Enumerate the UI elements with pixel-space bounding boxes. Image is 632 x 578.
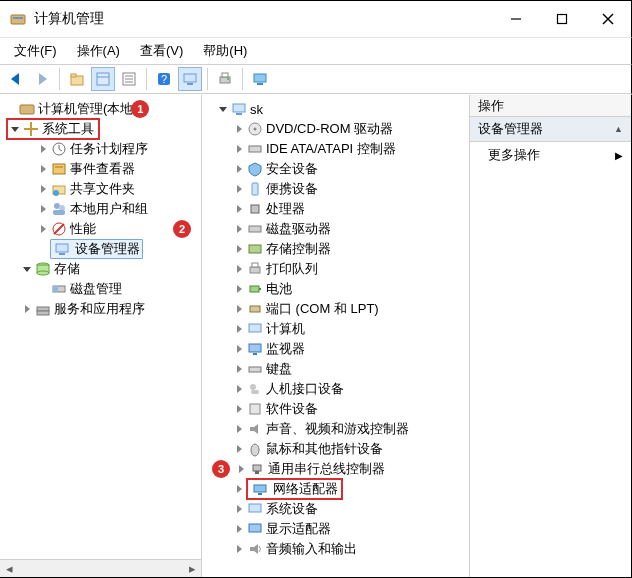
tree-item-device-manager[interactable]: 设备管理器 xyxy=(0,239,201,259)
svg-marker-80 xyxy=(237,305,242,313)
device-monitor[interactable]: 监视器 xyxy=(202,339,469,359)
print-button[interactable] xyxy=(213,67,237,91)
expander-none xyxy=(36,242,50,256)
svg-rect-100 xyxy=(255,471,259,474)
collapse-triangle-icon: ▲ xyxy=(614,124,623,134)
tree-root-computer-management[interactable]: 计算机管理(本地 1 xyxy=(0,99,201,119)
tree-item-disk-management[interactable]: 磁盘管理 xyxy=(0,279,201,299)
svg-marker-82 xyxy=(237,325,242,333)
tree-item-task-scheduler[interactable]: 任务计划程序 xyxy=(0,139,201,159)
menu-view[interactable]: 查看(V) xyxy=(130,40,193,62)
tree-item-storage[interactable]: 存储 xyxy=(0,259,201,279)
minimize-button[interactable] xyxy=(493,1,539,37)
security-device-icon xyxy=(246,160,264,178)
menu-help[interactable]: 帮助(H) xyxy=(193,40,257,62)
view-devices-button[interactable] xyxy=(178,67,202,91)
device-battery[interactable]: 电池 xyxy=(202,279,469,299)
svg-rect-42 xyxy=(53,210,65,215)
device-keyboard[interactable]: 键盘 xyxy=(202,359,469,379)
tree-label: 键盘 xyxy=(266,360,292,378)
left-pane-scrollbar[interactable]: ◂ ▸ xyxy=(0,559,201,577)
tree-label: 磁盘驱动器 xyxy=(266,220,331,238)
device-root[interactable]: sk xyxy=(202,99,469,119)
system-tools-icon xyxy=(22,120,40,138)
help-button[interactable]: ? xyxy=(152,67,176,91)
device-disk-drive[interactable]: 磁盘驱动器 xyxy=(202,219,469,239)
device-storage-ctrl[interactable]: 存储控制器 xyxy=(202,239,469,259)
svg-marker-94 xyxy=(237,425,242,433)
device-manager-icon xyxy=(53,240,71,258)
forward-button[interactable] xyxy=(30,67,54,91)
chevron-right-icon xyxy=(232,362,246,376)
tree-item-performance[interactable]: 性能 2 xyxy=(0,219,201,239)
actions-section[interactable]: 设备管理器 ▲ xyxy=(470,117,631,142)
svg-rect-85 xyxy=(249,344,261,352)
device-cpu[interactable]: 处理器 xyxy=(202,199,469,219)
refresh-button[interactable] xyxy=(248,67,272,91)
scroll-left-arrow-icon[interactable]: ◂ xyxy=(0,560,18,577)
back-button[interactable] xyxy=(4,67,28,91)
toolbar-separator xyxy=(207,68,208,90)
maximize-button[interactable] xyxy=(539,1,585,37)
device-ports[interactable]: 端口 (COM 和 LPT) xyxy=(202,299,469,319)
list-button[interactable] xyxy=(117,67,141,91)
device-network[interactable]: 网络适配器 xyxy=(202,479,469,499)
menu-action[interactable]: 操作(A) xyxy=(67,40,130,62)
chevron-right-icon xyxy=(232,482,246,496)
svg-rect-18 xyxy=(184,74,196,82)
device-dvd[interactable]: DVD/CD-ROM 驱动器 xyxy=(202,119,469,139)
tree-item-system-tools[interactable]: 系统工具 xyxy=(0,119,201,139)
toolbar-separator xyxy=(146,68,147,90)
device-hid[interactable]: 人机接口设备 xyxy=(202,379,469,399)
svg-rect-76 xyxy=(252,263,258,267)
device-display[interactable]: 显示适配器 xyxy=(202,519,469,539)
computer-icon xyxy=(230,100,248,118)
tree-label: 系统设备 xyxy=(266,500,318,518)
tree-item-event-viewer[interactable]: 事件查看器 xyxy=(0,159,201,179)
dvd-drive-icon xyxy=(246,120,264,138)
mouse-icon xyxy=(246,440,264,458)
device-portable[interactable]: 便携设备 xyxy=(202,179,469,199)
scroll-right-arrow-icon[interactable]: ▸ xyxy=(183,560,201,577)
device-sound[interactable]: 声音、视频和游戏控制器 xyxy=(202,419,469,439)
tree-item-services[interactable]: 服务和应用程序 xyxy=(0,299,201,319)
device-audio-io[interactable]: 音频输入和输出 xyxy=(202,539,469,559)
svg-marker-54 xyxy=(25,305,30,313)
menu-file[interactable]: 文件(F) xyxy=(4,40,67,62)
device-mouse[interactable]: 鼠标和其他指针设备 xyxy=(202,439,469,459)
tree-item-shared-folders[interactable]: 共享文件夹 xyxy=(0,179,201,199)
svg-rect-19 xyxy=(187,83,193,85)
svg-rect-53 xyxy=(53,286,58,292)
device-system[interactable]: 系统设备 xyxy=(202,499,469,519)
device-ide[interactable]: IDE ATA/ATAPI 控制器 xyxy=(202,139,469,159)
close-button[interactable] xyxy=(585,1,631,37)
svg-rect-105 xyxy=(249,504,261,512)
left-tree-pane: 计算机管理(本地 1 xyxy=(0,95,202,577)
tree-label: 鼠标和其他指针设备 xyxy=(266,440,383,458)
svg-marker-36 xyxy=(41,185,46,193)
chevron-down-icon xyxy=(8,122,22,136)
device-computer[interactable]: 计算机 xyxy=(202,319,469,339)
tree-label: 共享文件夹 xyxy=(70,180,135,198)
tree-label: IDE ATA/ATAPI 控制器 xyxy=(266,140,396,158)
svg-marker-108 xyxy=(237,545,242,553)
actions-more[interactable]: 更多操作 ▶ xyxy=(470,142,631,168)
device-software[interactable]: 软件设备 xyxy=(202,399,469,419)
device-usb[interactable]: 3 通用串行总线控制器 xyxy=(202,459,469,479)
chevron-right-icon xyxy=(232,162,246,176)
menubar: 文件(F) 操作(A) 查看(V) 帮助(H) xyxy=(0,38,632,64)
svg-marker-65 xyxy=(237,165,242,173)
device-security[interactable]: 安全设备 xyxy=(202,159,469,179)
svg-marker-43 xyxy=(41,225,46,233)
device-print-queue[interactable]: 打印队列 xyxy=(202,259,469,279)
svg-marker-68 xyxy=(237,205,242,213)
svg-marker-98 xyxy=(239,465,244,473)
tree-label: 安全设备 xyxy=(266,160,318,178)
computer-management-icon xyxy=(18,100,36,118)
up-button[interactable] xyxy=(65,67,89,91)
tree-label: 任务计划程序 xyxy=(70,140,148,158)
tree-label: 通用串行总线控制器 xyxy=(268,460,385,478)
chevron-right-icon xyxy=(232,342,246,356)
properties-button[interactable] xyxy=(91,67,115,91)
tree-item-local-users[interactable]: 本地用户和组 xyxy=(0,199,201,219)
